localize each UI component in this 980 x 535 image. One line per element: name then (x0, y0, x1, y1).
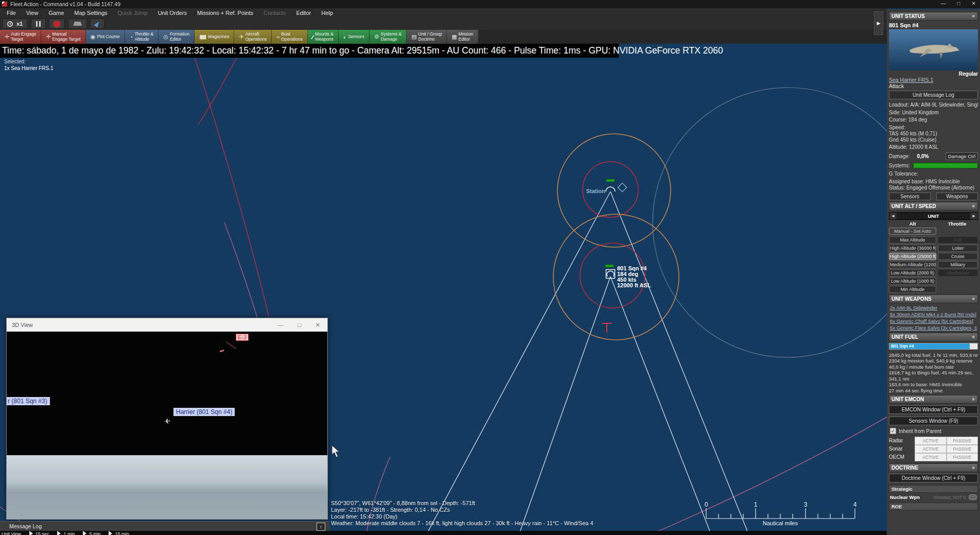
ribbon-magazines-button[interactable]: ▮▮▮Magazines (195, 30, 234, 44)
ribbon-unit-group-doctrine-button[interactable]: ▤Unit / GroupDoctrine (407, 30, 447, 44)
weapons-button[interactable]: Weapons (936, 193, 978, 200)
unit-label-801-sqn-4[interactable]: Harrier (801 Sqn #4) (173, 408, 235, 416)
bottom-tab-5-min[interactable]: 5 min (83, 531, 100, 535)
time-compression-button[interactable]: x1 (2, 19, 28, 29)
doctrine-window-button[interactable]: Doctrine Window (Ctrl + F9) (889, 474, 978, 482)
emcon-radar-passive-button[interactable]: PASSIVE (947, 437, 978, 445)
throttle-button-loiter[interactable]: Loiter (938, 245, 978, 252)
maximize-button[interactable]: □ (957, 1, 960, 6)
nuclear-wpn-toggle[interactable] (969, 494, 977, 500)
collapse-icon[interactable]: « (971, 204, 977, 208)
3d-maximize-button[interactable]: □ (297, 322, 301, 329)
bottom-tab-unit-view[interactable]: Unit View (2, 531, 21, 535)
emcon-radar-active-button[interactable]: ACTIVE (915, 437, 947, 445)
weapon-link-5x-generic-flare-salvo-3x-cart[interactable]: 5x Generic Flare Salvo [3x Cartridges, S… (890, 325, 977, 331)
emcon-oecm-active-button[interactable]: ACTIVE (915, 453, 947, 461)
station-unit[interactable]: Station (586, 179, 627, 194)
close-button[interactable]: ✕ (972, 1, 976, 6)
unit-label-801-sqn-3[interactable]: r (801 Sqn #3) (7, 397, 50, 405)
inherit-from-parent-checkbox[interactable]: ✓ Inherit from Parent (890, 428, 977, 434)
record-button[interactable] (49, 19, 65, 29)
unit-emcon-header[interactable]: UNIT EMCON « (889, 395, 978, 404)
ribbon-aircraft-operations-button[interactable]: ✈AircraftOperations (234, 30, 272, 44)
ribbon-mission-editor-button[interactable]: ▦MissionEditor (447, 30, 478, 44)
menu-item-view[interactable]: View (22, 9, 43, 17)
sensors-button[interactable]: Sensors (889, 193, 931, 200)
collapse-icon[interactable]: « (971, 467, 977, 470)
alt-button-max-altitude[interactable]: Max Altitude (889, 236, 936, 244)
menu-item-file[interactable]: File (2, 9, 21, 17)
unit-message-log-button[interactable]: Unit Message Log (889, 91, 978, 99)
weapon-link-2x-aim-9l-sidewinder[interactable]: 2x AIM-9L Sidewinder (890, 305, 977, 310)
ribbon-mounts-weapons-label: Mounts &Weapons (315, 32, 334, 42)
3d-close-button[interactable]: ✕ (316, 322, 320, 329)
ribbon-boat-operations-label: BoatOperations (281, 32, 303, 42)
ribbon-mounts-weapons-button[interactable]: ∕∕∕Mounts &Weapons (308, 30, 339, 44)
alt-button-high-altitude-25000-ft[interactable]: High Altitude (25000 ft) (889, 253, 936, 260)
3d-view-window-controls: — □ ✕ (277, 322, 327, 329)
menu-item-game[interactable]: Game (44, 9, 68, 17)
jump-to-button[interactable] (90, 19, 104, 29)
prev-unit-button[interactable]: ◄ (889, 213, 897, 219)
unit-fuel-header[interactable]: UNIT FUEL « (889, 333, 978, 341)
contact-label-e3[interactable]: E-3 (236, 334, 249, 341)
ribbon-throttle-altitude-button[interactable]: ◔Throttle &Altitude (125, 30, 159, 44)
unit-status-header[interactable]: UNIT STATUS « (889, 12, 978, 21)
ribbon-boat-operations-button[interactable]: ≈BoatOperations (272, 30, 308, 44)
weapon-link-5x-30mm-aden-mk4-x-2-burst-50-[interactable]: 5x 30mm ADEN Mk4 x 2 Burst [50 rnds] (890, 312, 977, 317)
unit-weapons-header[interactable]: UNIT WEAPONS « (889, 295, 978, 303)
collapse-icon[interactable]: « (971, 15, 977, 18)
3d-view-titlebar[interactable]: 3D View — □ ✕ (7, 318, 327, 332)
emcon-oecm-passive-button[interactable]: PASSIVE (947, 453, 978, 461)
next-unit-button[interactable]: ► (970, 213, 977, 219)
proficiency-label: Regular (889, 71, 978, 77)
alt-button-high-altitude-36000-ft[interactable]: High Altitude (36000 ft) (889, 245, 936, 252)
emcon-sonar-passive-button[interactable]: PASSIVE (947, 445, 978, 453)
menu-item-help[interactable]: Help (317, 9, 338, 17)
throttle-button-military[interactable]: Military (938, 261, 978, 268)
sidebar-expand-button[interactable]: ▶ (874, 11, 883, 35)
time-status-bar: Time: sábado, 1 de mayo de 1982 - Zulu: … (0, 44, 619, 58)
nuclear-weapon-row[interactable]: Nuclear Wpn Inherited, NOT G (889, 494, 978, 501)
weapon-link-6x-generic-chaff-salvo-5x-cart[interactable]: 6x Generic Chaff Salvo [5x Cartridges] (890, 318, 977, 324)
menu-item-map-settings[interactable]: Map Settings (69, 9, 112, 17)
ribbon-systems-damage-button[interactable]: ⚙Systems &Damage (370, 30, 407, 44)
alt-button-min-altitude[interactable]: Min Altitude (889, 286, 936, 293)
doctrine-header[interactable]: DOCTRINE « (889, 463, 978, 472)
pause-button[interactable] (31, 19, 46, 29)
throttle-button-cruise[interactable]: Cruise (938, 253, 978, 260)
unit-801-sqn-4[interactable]: 801 Sqn #4 184 deg 450 kts 12000 ft ASL (605, 265, 651, 288)
emcon-sonar-active-button[interactable]: ACTIVE (915, 445, 947, 453)
3d-viewport[interactable]: E-3 r (801 Sqn #3) Harrier (801 Sqn #4) … (7, 332, 327, 519)
alt-button-low-altitude-1000-ft[interactable]: Low Altitude (1000 ft) (889, 278, 936, 285)
bottom-tab-15-sec[interactable]: 15 sec (29, 531, 49, 535)
menu-item-unit-orders[interactable]: Unit Orders (153, 9, 191, 17)
unit-alt-speed-header[interactable]: UNIT ALT / SPEED « (889, 202, 978, 211)
collapse-icon[interactable]: « (971, 398, 977, 401)
ribbon-plot-course-button[interactable]: ◉Plot Course (86, 30, 125, 44)
emcon-window-button[interactable]: EMCON Window (Ctrl + F9) (889, 405, 978, 414)
message-log-bar[interactable]: Message Log ↑ (0, 521, 329, 531)
damage-ctrl-button[interactable]: Damage Ctrl (946, 152, 978, 160)
manual-set-auto-button[interactable]: Manual - Set Auto (889, 228, 936, 235)
alt-button-low-altitude-2000-ft[interactable]: Low Altitude (2000 ft) (889, 269, 936, 277)
3d-minimize-button[interactable]: — (277, 322, 283, 329)
expand-message-log-button[interactable]: ↑ (317, 523, 325, 531)
collapse-icon[interactable]: « (971, 297, 977, 300)
bottom-tab-15-min[interactable]: 15 min (109, 531, 129, 535)
menu-item-editor[interactable]: Editor (291, 9, 316, 17)
collapse-icon[interactable]: « (971, 335, 977, 338)
ribbon-manual-engage-target-button[interactable]: ✛ManualEngage Target (41, 30, 85, 44)
ribbon-formation-editor-button[interactable]: ◎FormationEditor (159, 30, 195, 44)
sensors-window-button[interactable]: Sensors Window (F9) (889, 417, 978, 425)
ribbon-sensors-button[interactable]: ◐Sensors (339, 30, 370, 44)
unit-type-link[interactable]: Sea Harrier FRS.1 (889, 77, 978, 83)
bridge-view-button[interactable] (68, 19, 87, 29)
menu-item-quick-jump: Quick Jump (113, 9, 152, 17)
alt-button-medium-altitude-12000-ft[interactable]: Medium Altitude (12000 ft) (889, 261, 936, 268)
minimize-button[interactable]: — (941, 1, 946, 6)
bottom-tab-1-min[interactable]: 1 min (57, 531, 75, 535)
menu-item-missions-ref-points[interactable]: Missions + Ref. Points (192, 9, 258, 17)
alt-throttle-grid: Max AltitudeHigh Altitude (36000 ft)High… (889, 236, 978, 293)
ribbon-auto-engage-target-button[interactable]: ✛Auto EngageTarget (0, 30, 41, 44)
